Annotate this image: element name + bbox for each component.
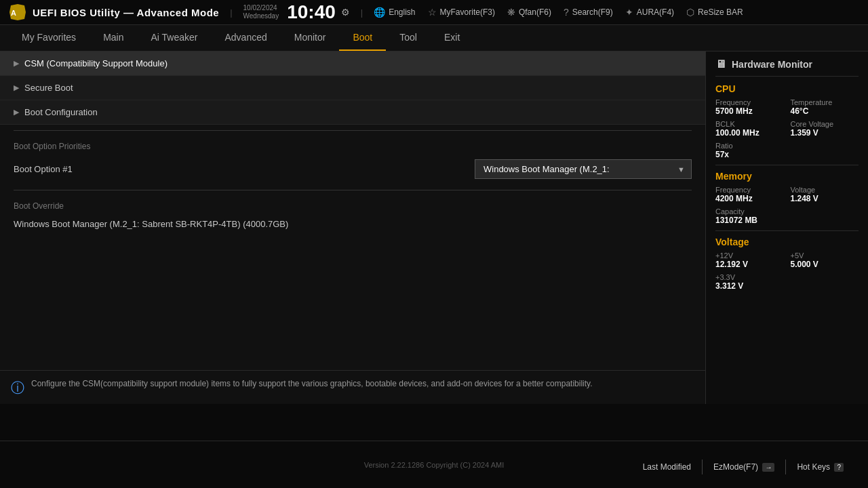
arrow-icon-bootconfig: ▶: [14, 108, 19, 117]
footer-hot-keys[interactable]: Hot Keys ?: [786, 460, 854, 474]
hw-cpu-ratio-label: Ratio 57x: [715, 142, 784, 159]
toolbar-search[interactable]: ? Search(F9): [564, 7, 613, 18]
boot-option-priorities-label: Boot Option Priorities: [0, 136, 705, 154]
hw-cpu-bclk-label: BCLK 100.00 MHz: [715, 120, 784, 138]
hw-divider-2: [715, 230, 859, 231]
svg-text:A: A: [11, 9, 16, 17]
boot-option-1-label: Boot Option #1: [14, 164, 73, 174]
hw-voltage-title: Voltage: [715, 237, 859, 247]
main-layout: ▶ CSM (Compatibility Support Module) ▶ S…: [0, 52, 868, 404]
boot-override-item[interactable]: Windows Boot Manager (M.2_1: Sabrent SB-…: [0, 214, 705, 235]
hw-memory-grid: Frequency 4200 MHz Voltage 1.248 V Capac…: [715, 186, 859, 225]
settings-icon[interactable]: ⚙: [341, 7, 350, 18]
footer-last-modified[interactable]: Last Modified: [632, 460, 703, 474]
toolbar-aura[interactable]: ✦ AURA(F4): [625, 7, 674, 18]
logo-area: A UEFI BIOS Utility — Advanced Mode: [8, 3, 219, 22]
f7-icon: →: [762, 463, 774, 472]
hw-cpu-title: CPU: [715, 83, 859, 94]
hw-mem-cap-label: Capacity 131072 MB: [715, 207, 784, 225]
hw-cpu-corevolt-label: Core Voltage 1.359 V: [791, 120, 859, 138]
hw-mem-volt-label: Voltage 1.248 V: [791, 186, 859, 203]
date-text: 10/02/2024 Wednesday: [243, 4, 279, 20]
hw-memory-title: Memory: [715, 171, 859, 182]
header: A UEFI BIOS Utility — Advanced Mode | 10…: [0, 0, 868, 25]
nav-ai-tweaker[interactable]: Ai Tweaker: [137, 25, 211, 51]
info-icon: ⓘ: [11, 379, 24, 397]
toolbar-resize[interactable]: ⬡ ReSize BAR: [686, 7, 743, 18]
nav-main[interactable]: Main: [90, 25, 137, 51]
nav-monitor[interactable]: Monitor: [281, 25, 340, 51]
resize-icon: ⬡: [686, 7, 694, 18]
fan-icon: ❋: [507, 7, 515, 18]
toolbar-english[interactable]: 🌐 English: [374, 7, 415, 18]
boot-option-1-select-wrapper: Windows Boot Manager (M.2_1:: [475, 159, 692, 179]
boot-option-1-row: Boot Option #1 Windows Boot Manager (M.2…: [0, 154, 705, 184]
hw-volt-12v-label: +12V 12.192 V: [715, 251, 784, 269]
toolbar-myfavorite[interactable]: ☆ MyFavorite(F3): [428, 7, 495, 18]
footer-ez-mode[interactable]: EzMode(F7) →: [703, 460, 786, 474]
hw-cpu-freq-label: Frequency 5700 MHz: [715, 98, 784, 116]
nav-advanced[interactable]: Advanced: [211, 25, 280, 51]
hotkeys-icon: ?: [834, 463, 844, 472]
hw-cpu-temp-label: Temperature 46°C: [791, 98, 859, 116]
boot-option-1-select[interactable]: Windows Boot Manager (M.2_1:: [475, 159, 692, 179]
hw-voltage-grid: +12V 12.192 V +5V 5.000 V +3.3V 3.312 V: [715, 251, 859, 291]
footer-buttons: Last Modified EzMode(F7) → Hot Keys ?: [632, 460, 854, 474]
toolbar: 🌐 English ☆ MyFavorite(F3) ❋ Qfan(F6) ? …: [374, 7, 743, 18]
time-display: 10:40: [287, 3, 336, 22]
hw-cpu-grid: Frequency 5700 MHz Temperature 46°C BCLK…: [715, 98, 859, 159]
hw-mem-freq-label: Frequency 4200 MHz: [715, 186, 784, 203]
aura-icon: ✦: [625, 7, 633, 18]
hw-panel-title: 🖥 Hardware Monitor: [715, 58, 859, 77]
sidebar-item-secureboot[interactable]: ▶ Secure Boot: [0, 76, 705, 100]
toolbar-qfan[interactable]: ❋ Qfan(F6): [507, 7, 551, 18]
arrow-icon-secureboot: ▶: [14, 83, 19, 92]
section-divider-1: [14, 130, 692, 131]
globe-icon: 🌐: [374, 7, 385, 18]
hw-monitor-panel: 🖥 Hardware Monitor CPU Frequency 5700 MH…: [705, 52, 868, 404]
nav-exit[interactable]: Exit: [431, 25, 473, 51]
nav-boot[interactable]: Boot: [339, 25, 386, 51]
search-icon: ?: [564, 7, 569, 18]
asus-logo-icon: A: [8, 3, 27, 22]
content-area: ▶ CSM (Compatibility Support Module) ▶ S…: [0, 52, 705, 404]
hw-monitor-icon: 🖥: [715, 58, 726, 70]
sidebar-item-csm[interactable]: ▶ CSM (Compatibility Support Module): [0, 52, 705, 76]
hw-volt-33v-label: +3.3V 3.312 V: [715, 273, 784, 291]
divider2: |: [361, 7, 363, 18]
app-title: UEFI BIOS Utility — Advanced Mode: [33, 7, 219, 18]
info-bar: ⓘ Configure the CSM(compatibility suppor…: [0, 370, 705, 404]
info-text: Configure the CSM(compatibility support …: [31, 378, 593, 390]
star-icon: ☆: [428, 7, 437, 18]
arrow-icon-csm: ▶: [14, 59, 19, 68]
divider: |: [230, 7, 232, 18]
nav-my-favorites[interactable]: My Favorites: [8, 25, 90, 51]
section-divider-2: [14, 190, 692, 190]
nav-bar: My Favorites Main Ai Tweaker Advanced Mo…: [0, 25, 868, 52]
footer-version: Version 2.22.1286 Copyright (C) 2024 AMI: [364, 461, 505, 469]
nav-tool[interactable]: Tool: [386, 25, 431, 51]
footer: Version 2.22.1286 Copyright (C) 2024 AMI…: [0, 441, 868, 488]
sidebar-item-bootconfig[interactable]: ▶ Boot Configuration: [0, 100, 705, 125]
hw-divider-1: [715, 165, 859, 165]
hw-volt-5v-label: +5V 5.000 V: [791, 251, 859, 269]
datetime-area: 10/02/2024 Wednesday 10:40 ⚙: [243, 3, 350, 22]
boot-override-label: Boot Override: [0, 196, 705, 214]
